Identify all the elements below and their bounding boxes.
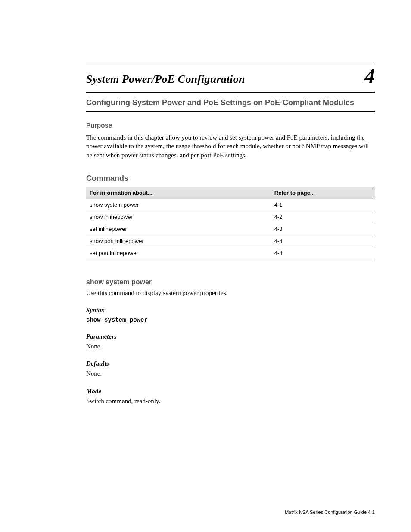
table-cell-task: show system power: [86, 199, 271, 211]
defaults-label: Defaults: [86, 360, 375, 367]
table-row: show system power 4-1: [86, 199, 375, 211]
chapter-number: 4: [365, 65, 375, 87]
parameters-label: Parameters: [86, 333, 375, 340]
commands-table: For information about... Refer to page..…: [86, 187, 375, 259]
table-cell-ref: 4-4: [271, 247, 375, 259]
table-row: set inlinepower 4-3: [86, 223, 375, 235]
command-name-heading: show system power: [86, 278, 375, 286]
purpose-label: Purpose: [86, 121, 375, 129]
syntax-text: show system power: [86, 317, 375, 324]
table-cell-task: set port inlinepower: [86, 247, 271, 259]
table-header-ref: Refer to page...: [271, 187, 375, 199]
commands-heading: Commands: [86, 174, 375, 183]
table-row: set port inlinepower 4-4: [86, 247, 375, 259]
mode-label: Mode: [86, 388, 375, 395]
table-cell-task: set inlinepower: [86, 223, 271, 235]
table-row: show port inlinepower 4-4: [86, 235, 375, 247]
section-heading-intro: Configuring System Power and PoE Setting…: [86, 98, 375, 107]
table-cell-ref: 4-1: [271, 199, 375, 211]
table-cell-ref: 4-3: [271, 223, 375, 235]
table-cell-task: show port inlinepower: [86, 235, 271, 247]
table-row: show inlinepower 4-2: [86, 211, 375, 223]
table-cell-ref: 4-2: [271, 211, 375, 223]
defaults-text: None.: [86, 369, 375, 378]
table-cell-task: show inlinepower: [86, 211, 271, 223]
parameters-text: None.: [86, 342, 375, 351]
table-cell-ref: 4-4: [271, 235, 375, 247]
command-desc: Use this command to display system power…: [86, 289, 375, 297]
rule-heavy-2: [86, 111, 375, 112]
rule-heavy-1: [86, 92, 375, 93]
purpose-text: The commands in this chapter allow you t…: [86, 133, 375, 159]
table-header-task: For information about...: [86, 187, 271, 199]
chapter-title: System Power/PoE Configuration: [86, 73, 375, 86]
syntax-label: Syntax: [86, 307, 375, 314]
mode-text: Switch command, read-only.: [86, 397, 375, 405]
page-footer: Matrix NSA Series Configuration Guide 4-…: [285, 510, 375, 515]
rule-top: [86, 65, 375, 65]
